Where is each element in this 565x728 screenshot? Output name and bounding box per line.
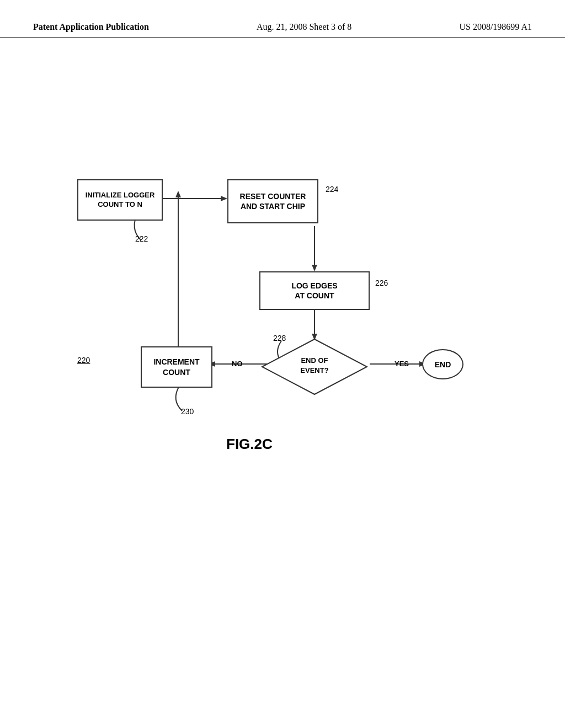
log-edges-box: LOG EDGESAT COUNT (259, 271, 370, 310)
reset-box: RESET COUNTERAND START CHIP (227, 179, 318, 223)
ref-220: 220 (77, 356, 90, 365)
publication-label: Patent Application Publication (33, 22, 149, 32)
svg-text:END OF: END OF (301, 356, 328, 365)
ref-222: 222 (135, 234, 148, 243)
svg-marker-3 (312, 265, 317, 271)
svg-marker-11 (175, 191, 181, 197)
fig-label: FIG.2C (226, 436, 273, 453)
no-label: NO (232, 360, 243, 368)
ref-228: 228 (273, 334, 286, 342)
svg-text:EVENT?: EVENT? (300, 366, 328, 374)
ref-224: 224 (326, 185, 338, 194)
patent-number-label: US 2008/198699 A1 (459, 22, 532, 32)
ref-226: 226 (375, 279, 388, 287)
initialize-box: INITIALIZE LOGGER COUNT TO N (77, 179, 163, 221)
date-sheet-label: Aug. 21, 2008 Sheet 3 of 8 (257, 22, 351, 32)
diamond-container: END OF EVENT? (259, 336, 370, 399)
yes-label: YES (395, 360, 409, 368)
page: Patent Application Publication Aug. 21, … (0, 0, 565, 728)
end-oval: END (422, 349, 463, 379)
page-header: Patent Application Publication Aug. 21, … (0, 0, 565, 38)
svg-marker-1 (221, 196, 227, 201)
diagram-area: INITIALIZE LOGGER COUNT TO N 222 RESET C… (44, 149, 519, 524)
ref-230: 230 (181, 407, 194, 416)
increment-box: INCREMENTCOUNT (141, 346, 212, 388)
diamond-svg: END OF EVENT? (259, 336, 370, 397)
